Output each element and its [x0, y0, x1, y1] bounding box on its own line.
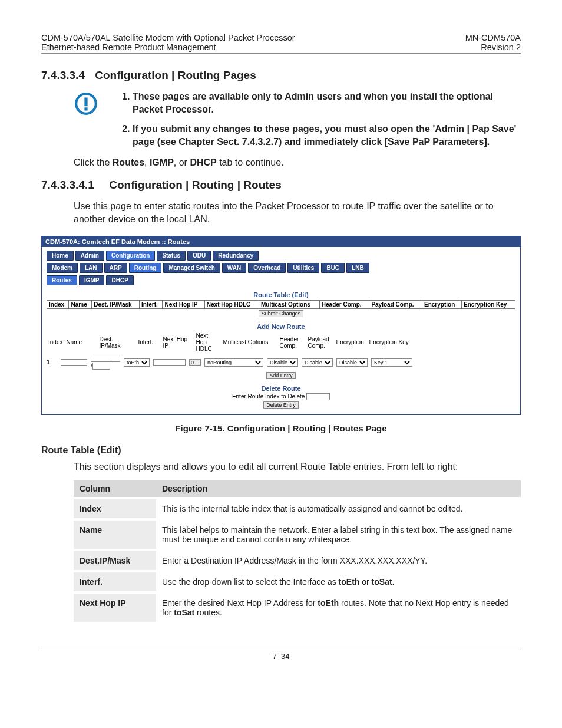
tab-routes[interactable]: Routes	[47, 275, 77, 285]
add-route-header-row: Index Name Dest. IP/Mask Interf. Next Ho…	[47, 332, 515, 353]
footer-divider	[41, 648, 521, 648]
tab-lnb[interactable]: LNB	[346, 263, 369, 273]
tab-overhead[interactable]: Overhead	[248, 263, 286, 273]
tab-home[interactable]: Home	[47, 251, 74, 261]
page-number: 7–34	[41, 652, 521, 661]
header-left-1: CDM-570A/570AL Satellite Modem with Opti…	[41, 33, 295, 42]
defs-header-desc: Description	[156, 480, 521, 498]
dest-ip-input[interactable]	[91, 355, 120, 362]
route-table-edit-heading: Route Table (Edit)	[47, 291, 515, 298]
note-1: These pages are available only to Admin …	[133, 90, 521, 116]
header-right-1: MN-CDM570A	[465, 33, 521, 42]
delete-route-heading: Delete Route	[47, 385, 515, 392]
tab-igmp[interactable]: IGMP	[79, 275, 105, 285]
header-left-2: Ethernet-based Remote Product Management	[41, 42, 295, 52]
tab-redundancy[interactable]: Redundancy	[213, 251, 259, 261]
route-table-edit-h3: Route Table (Edit)	[41, 445, 521, 456]
svg-rect-1	[84, 98, 87, 107]
note-2: If you submit any changes to these pages…	[133, 123, 521, 148]
tab-utilities[interactable]: Utilities	[287, 263, 319, 273]
header-divider	[41, 53, 521, 54]
add-entry-button[interactable]: Add Entry	[266, 372, 296, 379]
delete-index-input[interactable]	[306, 393, 330, 400]
section-heading-2: 7.4.3.3.4.1 Configuration | Routing | Ro…	[41, 179, 521, 192]
click-tabs-instruction: Click the Routes, IGMP, or DHCP tab to c…	[74, 156, 521, 169]
tab-status[interactable]: Status	[157, 251, 186, 261]
tab-odu[interactable]: ODU	[187, 251, 211, 261]
figure-caption: Figure 7-15. Configuration | Routing | R…	[41, 423, 521, 433]
tab-routing[interactable]: Routing	[129, 263, 162, 273]
tab-wan[interactable]: WAN	[222, 263, 246, 273]
add-index-value: 1	[47, 359, 57, 365]
defs-header-col: Column	[74, 480, 156, 498]
svg-rect-2	[84, 107, 87, 110]
figure-7-15: CDM-570A: Comtech EF Data Modem :: Route…	[41, 236, 521, 433]
notes-list: These pages are available only to Admin …	[117, 90, 521, 148]
tab-modem[interactable]: Modem	[47, 263, 78, 273]
interf-select[interactable]: toEth	[124, 358, 150, 367]
submit-changes-button[interactable]: Submit Changes	[259, 310, 304, 317]
tab-lan[interactable]: LAN	[80, 263, 103, 273]
tab-row-3: Routes IGMP DHCP	[47, 275, 515, 285]
important-icon	[74, 91, 98, 116]
name-input[interactable]	[61, 359, 87, 366]
tab-buc[interactable]: BUC	[321, 263, 345, 273]
tab-arp[interactable]: ARP	[104, 263, 127, 273]
tab-row-1: Home Admin Configuration Status ODU Redu…	[47, 251, 515, 261]
delete-entry-button[interactable]: Delete Entry	[263, 401, 299, 409]
encryption-select[interactable]: Disable	[336, 358, 368, 367]
tab-managed-switch[interactable]: Managed Switch	[163, 263, 220, 273]
tab-admin[interactable]: Admin	[75, 251, 104, 261]
dest-mask-input[interactable]	[92, 363, 110, 370]
page-header: CDM-570A/570AL Satellite Modem with Opti…	[41, 33, 521, 52]
header-comp-select[interactable]: Disable	[267, 358, 298, 367]
route-table: Index Name Dest. IP/Mask Interf. Next Ho…	[47, 300, 515, 309]
tab-row-2: Modem LAN ARP Routing Managed Switch WAN…	[47, 263, 515, 273]
figure-window-title: CDM-570A: Comtech EF Data Modem :: Route…	[42, 236, 520, 247]
add-route-input-row: 1 / toEth noRouting Disable Disable Disa…	[47, 355, 515, 370]
add-new-route-heading: Add New Route	[47, 323, 515, 330]
tab-configuration[interactable]: Configuration	[106, 251, 156, 261]
payload-comp-select[interactable]: Disable	[302, 358, 333, 367]
column-definitions-table: Column Description Index This is the int…	[74, 480, 521, 624]
section-heading-1: 7.4.3.3.4 Configuration | Routing Pages	[41, 69, 521, 82]
multicast-select[interactable]: noRouting	[204, 358, 263, 367]
encryption-key-select[interactable]: Key 1	[371, 358, 412, 367]
tab-dhcp[interactable]: DHCP	[106, 275, 133, 285]
delete-index-label: Enter Route Index to Delete	[232, 393, 305, 400]
next-hop-hdlc-input[interactable]	[189, 359, 201, 366]
header-right-2: Revision 2	[465, 42, 521, 52]
next-hop-ip-input[interactable]	[153, 359, 186, 366]
route-table-edit-intro: This section displays and allows you to …	[74, 460, 521, 473]
intro-paragraph: Use this page to enter static routes int…	[74, 200, 521, 225]
